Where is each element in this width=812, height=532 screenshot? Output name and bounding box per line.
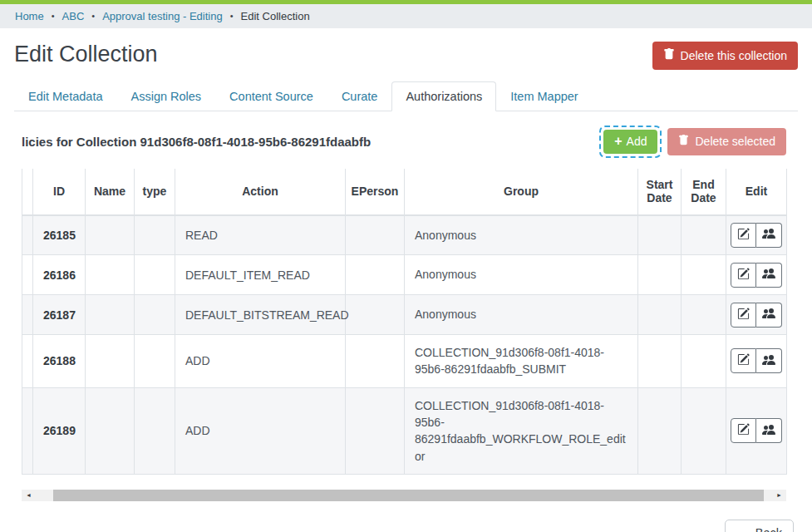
- tab-content-source[interactable]: Content Source: [215, 81, 327, 111]
- back-button[interactable]: ← Back: [725, 520, 794, 532]
- policy-name: [86, 387, 135, 474]
- page-header: Edit Collection Delete this collection: [14, 42, 798, 70]
- policy-edit-cell: [726, 295, 787, 335]
- start-date-column-header: Start Date: [638, 169, 682, 215]
- policy-type: [135, 335, 175, 388]
- action-column-header: Action: [175, 169, 346, 215]
- edit-policy-button[interactable]: [731, 223, 756, 248]
- trash-icon: [663, 48, 675, 63]
- type-column-header: type: [135, 169, 175, 215]
- scrollbar-thumb[interactable]: [53, 490, 764, 501]
- pencil-square-icon: [737, 228, 750, 243]
- policy-action: DEFAULT_ITEM_READ: [175, 255, 346, 295]
- back-arrow-icon: ←: [736, 526, 750, 532]
- edit-column-header: Edit: [726, 169, 787, 215]
- policy-type: [135, 255, 175, 295]
- policy-group-button[interactable]: [756, 348, 782, 373]
- policy-group-button[interactable]: [756, 263, 782, 288]
- add-policy-button[interactable]: + Add: [603, 130, 657, 154]
- delete-collection-label: Delete this collection: [681, 49, 787, 63]
- tab-authorizations[interactable]: Authorizations: [391, 81, 496, 111]
- policies-heading: licies for Collection 91d306f8-08f1-4018…: [22, 135, 371, 149]
- name-column-header: Name: [86, 169, 135, 215]
- policies-actions: + Add Delete selected: [599, 126, 786, 158]
- scroll-left-arrow[interactable]: ◄: [22, 490, 36, 501]
- policy-id: 26186: [33, 255, 86, 295]
- policy-type: [135, 295, 175, 335]
- tab-curate[interactable]: Curate: [327, 81, 392, 111]
- breadcrumb-separator-icon: •: [230, 12, 234, 21]
- policy-action: ADD: [175, 335, 346, 388]
- breadcrumb-item[interactable]: Home: [15, 10, 44, 22]
- policy-edit-cell: [726, 335, 787, 388]
- policy-start-date: [638, 215, 682, 255]
- edit-policy-button[interactable]: [731, 348, 756, 373]
- plus-icon: +: [614, 135, 622, 148]
- policy-start-date: [638, 295, 682, 335]
- breadcrumb-item[interactable]: ABC: [62, 10, 85, 22]
- policy-id: 26185: [33, 215, 86, 255]
- table-row: 26186DEFAULT_ITEM_READAnonymous: [22, 255, 787, 295]
- eperson-column-header: EPerson: [346, 169, 405, 215]
- edit-button-group: [731, 348, 782, 373]
- tab-edit-metadata[interactable]: Edit Metadata: [14, 81, 116, 111]
- edit-button-group: [731, 263, 782, 288]
- users-icon: [762, 307, 775, 323]
- delete-selected-label: Delete selected: [695, 135, 775, 149]
- edit-policy-button[interactable]: [731, 418, 756, 443]
- id-column-header: ID: [33, 169, 86, 215]
- edit-button-group: [731, 223, 782, 248]
- select-column-header: [22, 169, 33, 215]
- policy-start-date: [638, 335, 682, 388]
- breadcrumb-separator-icon: •: [52, 12, 55, 21]
- policy-end-date: [682, 335, 726, 388]
- policy-name: [86, 255, 135, 295]
- users-icon: [762, 267, 775, 283]
- policies-table: IDNametypeActionEPersonGroupStart DateEn…: [22, 169, 787, 475]
- policy-action: ADD: [175, 387, 346, 474]
- breadcrumb: Home•ABC•Approval testing - Editing•Edit…: [0, 4, 812, 28]
- policy-edit-cell: [726, 215, 787, 255]
- delete-collection-button[interactable]: Delete this collection: [652, 42, 798, 70]
- users-icon: [762, 423, 775, 439]
- policy-end-date: [682, 387, 726, 474]
- policy-action: READ: [175, 215, 346, 255]
- policy-group: Anonymous: [405, 215, 638, 255]
- policy-id: 26187: [33, 295, 86, 335]
- page-title: Edit Collection: [14, 42, 158, 67]
- row-select-cell: [22, 215, 33, 255]
- policy-group-button[interactable]: [756, 303, 782, 328]
- policy-group-button[interactable]: [756, 418, 782, 443]
- horizontal-scrollbar[interactable]: ◄ ►: [22, 490, 786, 501]
- breadcrumb-item[interactable]: Approval testing - Editing: [102, 10, 223, 22]
- edit-policy-button[interactable]: [731, 303, 756, 328]
- main-content: Edit Collection Delete this collection E…: [0, 42, 812, 532]
- policy-group: Anonymous: [405, 255, 638, 295]
- policy-group-button[interactable]: [756, 223, 782, 248]
- scroll-right-arrow[interactable]: ►: [772, 490, 786, 501]
- add-button-focus-ring: + Add: [599, 126, 662, 158]
- policy-name: [86, 335, 135, 388]
- add-button-label: Add: [627, 135, 647, 149]
- trash-icon: [678, 135, 689, 149]
- policy-id: 26188: [33, 335, 86, 388]
- tab-item-mapper[interactable]: Item Mapper: [496, 81, 592, 111]
- delete-selected-button[interactable]: Delete selected: [667, 128, 786, 155]
- table-row: 26188ADDCOLLECTION_91d306f8-08f1-4018-95…: [22, 335, 787, 388]
- table-row: 26189ADDCOLLECTION_91d306f8-08f1-4018-95…: [22, 387, 787, 474]
- policy-type: [135, 387, 175, 474]
- policies-header: licies for Collection 91d306f8-08f1-4018…: [22, 126, 786, 158]
- pencil-square-icon: [737, 353, 750, 368]
- pencil-square-icon: [737, 308, 750, 323]
- policies-section: licies for Collection 91d306f8-08f1-4018…: [22, 126, 786, 532]
- tab-bar: Edit MetadataAssign RolesContent SourceC…: [14, 81, 798, 111]
- row-select-cell: [22, 295, 33, 335]
- end-date-column-header: End Date: [682, 169, 726, 215]
- policy-group: Anonymous: [405, 295, 638, 335]
- tab-assign-roles[interactable]: Assign Roles: [116, 81, 215, 111]
- policy-eperson: [346, 255, 405, 295]
- edit-button-group: [731, 303, 782, 328]
- edit-policy-button[interactable]: [731, 263, 756, 288]
- policy-start-date: [638, 255, 682, 295]
- pencil-square-icon: [737, 423, 750, 438]
